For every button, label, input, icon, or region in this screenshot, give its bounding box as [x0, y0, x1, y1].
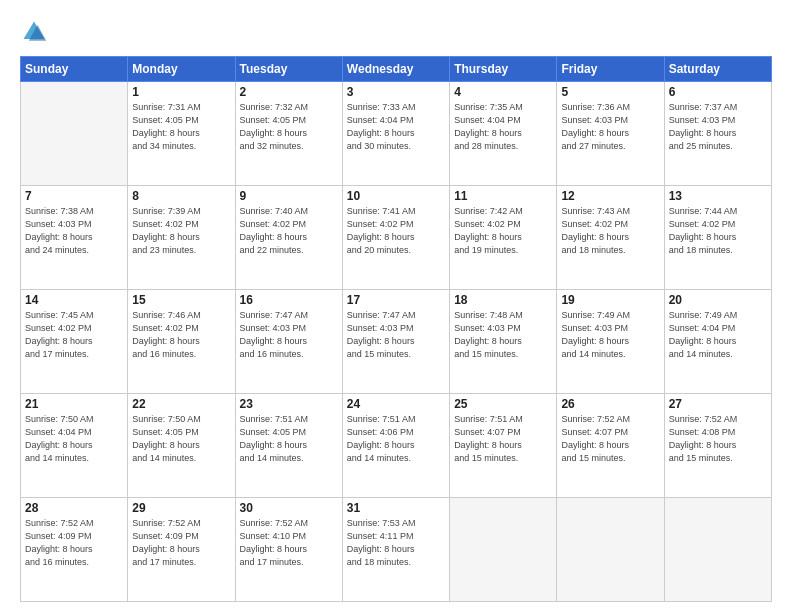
day-info: Sunrise: 7:33 AMSunset: 4:04 PMDaylight:… [347, 101, 445, 153]
day-number: 22 [132, 397, 230, 411]
day-info: Sunrise: 7:50 AMSunset: 4:04 PMDaylight:… [25, 413, 123, 465]
day-number: 21 [25, 397, 123, 411]
day-number: 26 [561, 397, 659, 411]
day-info: Sunrise: 7:50 AMSunset: 4:05 PMDaylight:… [132, 413, 230, 465]
day-number: 2 [240, 85, 338, 99]
day-info: Sunrise: 7:44 AMSunset: 4:02 PMDaylight:… [669, 205, 767, 257]
calendar-cell: 20Sunrise: 7:49 AMSunset: 4:04 PMDayligh… [664, 290, 771, 394]
calendar-cell: 6Sunrise: 7:37 AMSunset: 4:03 PMDaylight… [664, 82, 771, 186]
calendar-cell: 10Sunrise: 7:41 AMSunset: 4:02 PMDayligh… [342, 186, 449, 290]
calendar-cell: 8Sunrise: 7:39 AMSunset: 4:02 PMDaylight… [128, 186, 235, 290]
day-number: 12 [561, 189, 659, 203]
calendar-week-row: 28Sunrise: 7:52 AMSunset: 4:09 PMDayligh… [21, 498, 772, 602]
day-info: Sunrise: 7:42 AMSunset: 4:02 PMDaylight:… [454, 205, 552, 257]
day-info: Sunrise: 7:52 AMSunset: 4:07 PMDaylight:… [561, 413, 659, 465]
calendar-cell: 15Sunrise: 7:46 AMSunset: 4:02 PMDayligh… [128, 290, 235, 394]
calendar-cell: 30Sunrise: 7:52 AMSunset: 4:10 PMDayligh… [235, 498, 342, 602]
weekday-header: Thursday [450, 57, 557, 82]
calendar-cell [557, 498, 664, 602]
calendar-cell: 17Sunrise: 7:47 AMSunset: 4:03 PMDayligh… [342, 290, 449, 394]
day-info: Sunrise: 7:52 AMSunset: 4:09 PMDaylight:… [132, 517, 230, 569]
day-number: 17 [347, 293, 445, 307]
day-number: 16 [240, 293, 338, 307]
day-number: 24 [347, 397, 445, 411]
calendar-cell: 21Sunrise: 7:50 AMSunset: 4:04 PMDayligh… [21, 394, 128, 498]
calendar-cell: 2Sunrise: 7:32 AMSunset: 4:05 PMDaylight… [235, 82, 342, 186]
logo [20, 18, 52, 46]
calendar-cell [664, 498, 771, 602]
calendar-cell: 29Sunrise: 7:52 AMSunset: 4:09 PMDayligh… [128, 498, 235, 602]
calendar-week-row: 14Sunrise: 7:45 AMSunset: 4:02 PMDayligh… [21, 290, 772, 394]
calendar-week-row: 1Sunrise: 7:31 AMSunset: 4:05 PMDaylight… [21, 82, 772, 186]
header [20, 18, 772, 46]
day-number: 5 [561, 85, 659, 99]
calendar-cell: 31Sunrise: 7:53 AMSunset: 4:11 PMDayligh… [342, 498, 449, 602]
logo-icon [20, 18, 48, 46]
calendar-header-row: SundayMondayTuesdayWednesdayThursdayFrid… [21, 57, 772, 82]
day-number: 8 [132, 189, 230, 203]
page: SundayMondayTuesdayWednesdayThursdayFrid… [0, 0, 792, 612]
day-number: 30 [240, 501, 338, 515]
day-info: Sunrise: 7:52 AMSunset: 4:08 PMDaylight:… [669, 413, 767, 465]
day-number: 13 [669, 189, 767, 203]
day-number: 1 [132, 85, 230, 99]
calendar-cell: 1Sunrise: 7:31 AMSunset: 4:05 PMDaylight… [128, 82, 235, 186]
calendar-cell: 4Sunrise: 7:35 AMSunset: 4:04 PMDaylight… [450, 82, 557, 186]
day-info: Sunrise: 7:47 AMSunset: 4:03 PMDaylight:… [347, 309, 445, 361]
day-info: Sunrise: 7:37 AMSunset: 4:03 PMDaylight:… [669, 101, 767, 153]
weekday-header: Tuesday [235, 57, 342, 82]
day-info: Sunrise: 7:47 AMSunset: 4:03 PMDaylight:… [240, 309, 338, 361]
day-info: Sunrise: 7:49 AMSunset: 4:04 PMDaylight:… [669, 309, 767, 361]
calendar-table: SundayMondayTuesdayWednesdayThursdayFrid… [20, 56, 772, 602]
day-number: 29 [132, 501, 230, 515]
calendar-cell [450, 498, 557, 602]
day-info: Sunrise: 7:45 AMSunset: 4:02 PMDaylight:… [25, 309, 123, 361]
day-number: 25 [454, 397, 552, 411]
day-info: Sunrise: 7:38 AMSunset: 4:03 PMDaylight:… [25, 205, 123, 257]
weekday-header: Saturday [664, 57, 771, 82]
day-number: 20 [669, 293, 767, 307]
day-info: Sunrise: 7:52 AMSunset: 4:10 PMDaylight:… [240, 517, 338, 569]
calendar-cell: 23Sunrise: 7:51 AMSunset: 4:05 PMDayligh… [235, 394, 342, 498]
day-number: 11 [454, 189, 552, 203]
calendar-cell: 7Sunrise: 7:38 AMSunset: 4:03 PMDaylight… [21, 186, 128, 290]
calendar-cell: 28Sunrise: 7:52 AMSunset: 4:09 PMDayligh… [21, 498, 128, 602]
calendar-cell: 22Sunrise: 7:50 AMSunset: 4:05 PMDayligh… [128, 394, 235, 498]
day-number: 18 [454, 293, 552, 307]
day-number: 3 [347, 85, 445, 99]
day-number: 9 [240, 189, 338, 203]
calendar-cell [21, 82, 128, 186]
calendar-cell: 14Sunrise: 7:45 AMSunset: 4:02 PMDayligh… [21, 290, 128, 394]
day-number: 28 [25, 501, 123, 515]
day-number: 15 [132, 293, 230, 307]
day-number: 7 [25, 189, 123, 203]
day-number: 27 [669, 397, 767, 411]
calendar-cell: 3Sunrise: 7:33 AMSunset: 4:04 PMDaylight… [342, 82, 449, 186]
calendar-cell: 12Sunrise: 7:43 AMSunset: 4:02 PMDayligh… [557, 186, 664, 290]
day-number: 10 [347, 189, 445, 203]
day-info: Sunrise: 7:46 AMSunset: 4:02 PMDaylight:… [132, 309, 230, 361]
calendar-cell: 27Sunrise: 7:52 AMSunset: 4:08 PMDayligh… [664, 394, 771, 498]
day-info: Sunrise: 7:31 AMSunset: 4:05 PMDaylight:… [132, 101, 230, 153]
weekday-header: Friday [557, 57, 664, 82]
day-number: 31 [347, 501, 445, 515]
day-number: 19 [561, 293, 659, 307]
day-info: Sunrise: 7:41 AMSunset: 4:02 PMDaylight:… [347, 205, 445, 257]
day-info: Sunrise: 7:52 AMSunset: 4:09 PMDaylight:… [25, 517, 123, 569]
day-info: Sunrise: 7:51 AMSunset: 4:05 PMDaylight:… [240, 413, 338, 465]
calendar-cell: 5Sunrise: 7:36 AMSunset: 4:03 PMDaylight… [557, 82, 664, 186]
calendar-cell: 26Sunrise: 7:52 AMSunset: 4:07 PMDayligh… [557, 394, 664, 498]
day-number: 4 [454, 85, 552, 99]
calendar-cell: 19Sunrise: 7:49 AMSunset: 4:03 PMDayligh… [557, 290, 664, 394]
day-info: Sunrise: 7:39 AMSunset: 4:02 PMDaylight:… [132, 205, 230, 257]
calendar-cell: 25Sunrise: 7:51 AMSunset: 4:07 PMDayligh… [450, 394, 557, 498]
calendar-cell: 9Sunrise: 7:40 AMSunset: 4:02 PMDaylight… [235, 186, 342, 290]
weekday-header: Wednesday [342, 57, 449, 82]
day-info: Sunrise: 7:36 AMSunset: 4:03 PMDaylight:… [561, 101, 659, 153]
calendar-week-row: 21Sunrise: 7:50 AMSunset: 4:04 PMDayligh… [21, 394, 772, 498]
calendar-cell: 18Sunrise: 7:48 AMSunset: 4:03 PMDayligh… [450, 290, 557, 394]
weekday-header: Monday [128, 57, 235, 82]
day-info: Sunrise: 7:49 AMSunset: 4:03 PMDaylight:… [561, 309, 659, 361]
day-number: 6 [669, 85, 767, 99]
calendar-cell: 11Sunrise: 7:42 AMSunset: 4:02 PMDayligh… [450, 186, 557, 290]
